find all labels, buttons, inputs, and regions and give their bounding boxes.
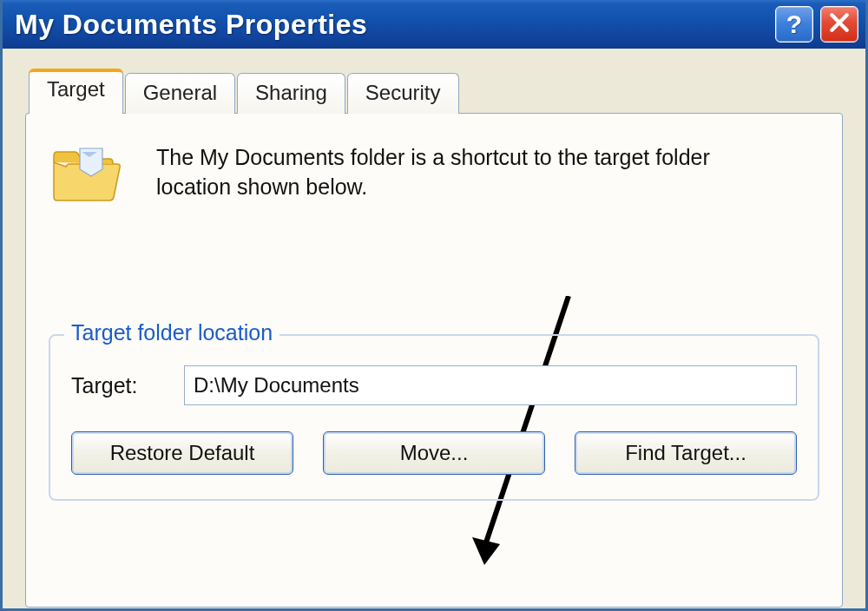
- titlebar: My Documents Properties ?: [3, 0, 865, 49]
- close-button[interactable]: [820, 6, 858, 43]
- tab-security[interactable]: Security: [347, 73, 459, 114]
- restore-default-button[interactable]: Restore Default: [71, 431, 293, 475]
- tab-panel-target: The My Documents folder is a shortcut to…: [25, 113, 843, 608]
- help-button[interactable]: ?: [775, 6, 813, 43]
- tab-sharing[interactable]: Sharing: [237, 73, 345, 114]
- move-button[interactable]: Move...: [323, 431, 545, 475]
- target-label: Target:: [71, 373, 167, 398]
- svg-marker-3: [472, 537, 500, 565]
- properties-dialog: My Documents Properties ? Target General…: [0, 0, 868, 611]
- target-path-input[interactable]: [184, 365, 797, 405]
- title-buttons: ?: [775, 6, 858, 43]
- tab-general[interactable]: General: [125, 73, 235, 114]
- close-icon: [828, 11, 851, 37]
- window-title: My Documents Properties: [15, 9, 367, 41]
- client-area: Target General Sharing Security The My D…: [3, 49, 865, 608]
- target-location-group: Target folder location Target: Restore D…: [49, 334, 819, 501]
- find-target-button[interactable]: Find Target...: [575, 431, 797, 475]
- group-legend: Target folder location: [64, 320, 279, 345]
- tabstrip: Target General Sharing Security: [29, 68, 843, 113]
- help-icon: ?: [786, 10, 802, 39]
- folder-icon: [49, 143, 122, 204]
- intro-text: The My Documents folder is a shortcut to…: [156, 143, 755, 202]
- tab-target[interactable]: Target: [29, 69, 123, 114]
